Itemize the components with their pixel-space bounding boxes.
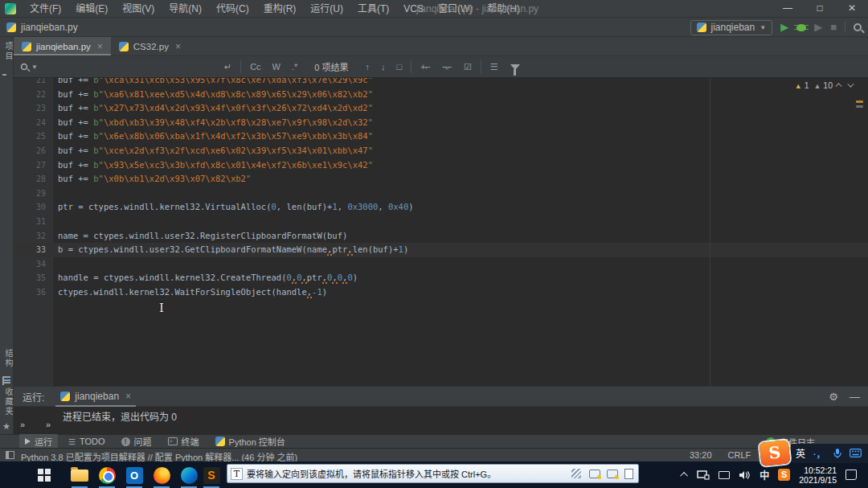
tab-close-icon[interactable]: × bbox=[175, 41, 181, 52]
code-line[interactable]: 27buf += b"\x93\x5e\xc3\x3b\xfd\x8c\x01\… bbox=[14, 158, 868, 173]
inspections-widget[interactable]: ▲ 1 ▲ 10 bbox=[795, 80, 852, 90]
firefox-taskbar-icon[interactable] bbox=[151, 465, 172, 486]
filter-lines-icon[interactable]: ☰ bbox=[490, 62, 498, 72]
prev-issue-icon[interactable] bbox=[835, 83, 841, 89]
menu-item[interactable]: 视图(V) bbox=[115, 0, 162, 18]
code-line[interactable]: 35handle = ctypes.windll.kernel32.Create… bbox=[14, 271, 868, 285]
code-line[interactable]: 22buf += b"\xa6\x81\xee\xd5\x4d\xd8\x8c\… bbox=[14, 88, 868, 102]
menu-item[interactable]: 重构(R) bbox=[256, 0, 304, 18]
microphone-icon[interactable] bbox=[833, 448, 841, 459]
menu-item[interactable]: 编辑(E) bbox=[68, 0, 115, 18]
code-line[interactable]: 34 bbox=[14, 257, 868, 272]
breadcrumb[interactable]: jianqieban.py bbox=[21, 22, 78, 33]
add-occurrence-icon[interactable]: +⌐ bbox=[420, 62, 431, 72]
close-button[interactable]: ✕ bbox=[836, 0, 868, 18]
prev-occurrence-button[interactable]: ↑ bbox=[366, 62, 371, 72]
tool-window-button-python-console[interactable]: Python 控制台 bbox=[210, 434, 291, 449]
sogou-logo-icon[interactable]: S bbox=[760, 440, 791, 466]
code-line[interactable]: 29 bbox=[14, 187, 868, 201]
resize-grip-icon[interactable] bbox=[571, 469, 581, 478]
scrollbar-weak-mark[interactable] bbox=[856, 105, 863, 108]
outlook-taskbar-icon[interactable]: O bbox=[124, 465, 145, 486]
code-line[interactable]: 23buf += b"\x27\x73\xd4\x2d\x93\x4f\x0f\… bbox=[14, 101, 868, 116]
gear-icon[interactable]: ⚙ bbox=[829, 391, 838, 403]
explorer-taskbar-icon[interactable] bbox=[69, 465, 90, 486]
vm-device-icon[interactable] bbox=[607, 470, 618, 478]
next-occurrence-button[interactable]: ↓ bbox=[381, 62, 386, 72]
run-config-selector[interactable]: jianqieban ▼ bbox=[690, 20, 773, 35]
code-line[interactable]: 31 bbox=[14, 215, 868, 229]
tool-window-button-run[interactable]: 运行 bbox=[19, 434, 58, 449]
code-line[interactable]: 26buf += b"\xce\x2d\xf3\x2f\xcd\xe6\x02\… bbox=[14, 144, 868, 158]
editor-tab[interactable]: CS32.py× bbox=[111, 37, 189, 55]
sidebar-item-structure[interactable]: 结构 bbox=[2, 349, 14, 368]
minimize-button[interactable]: — bbox=[772, 0, 804, 18]
newline-icon[interactable]: ↵ bbox=[224, 62, 231, 72]
tray-expand-icon[interactable] bbox=[680, 472, 688, 480]
sogou-tray-icon[interactable]: S bbox=[778, 469, 790, 481]
ime-punctuation-toggle[interactable]: ·， bbox=[813, 447, 825, 460]
speaker-icon[interactable] bbox=[739, 470, 751, 480]
search-everywhere-icon[interactable] bbox=[854, 23, 862, 31]
menu-item[interactable]: 代码(C) bbox=[209, 0, 256, 18]
editor-tab[interactable]: jianqieban.py× bbox=[14, 37, 111, 55]
hide-panel-icon[interactable]: — bbox=[850, 391, 860, 403]
ime-mode-toggle[interactable]: 英 bbox=[796, 446, 805, 460]
select-all-occurrences-icon[interactable]: ☑ bbox=[464, 62, 472, 72]
start-taskbar-icon[interactable] bbox=[34, 465, 55, 486]
run-console[interactable]: 进程已结束，退出代码为 0 » » bbox=[14, 407, 868, 434]
chrome-taskbar-icon[interactable] bbox=[96, 465, 117, 486]
code-line[interactable]: 30ptr = ctypes.windll.kernel32.VirtualAl… bbox=[14, 200, 868, 215]
sidebar-item-project[interactable]: 项目 bbox=[2, 42, 14, 61]
code-line[interactable]: 33b = ctypes.windll.user32.GetClipboardF… bbox=[14, 243, 868, 257]
code-line[interactable]: 21buf += b"\xca\x31\xcb\x53\x95\x7f\x8c\… bbox=[14, 78, 868, 88]
vm-tools-icon[interactable] bbox=[697, 470, 710, 480]
run-tab[interactable]: jianqieban × bbox=[55, 387, 136, 406]
menu-item[interactable]: 工具(T) bbox=[350, 0, 396, 18]
match-case-toggle[interactable]: Cc bbox=[250, 62, 260, 72]
display-icon[interactable] bbox=[719, 471, 730, 479]
console-chevron-icon[interactable]: » bbox=[20, 420, 25, 429]
taskbar-clock[interactable]: 10:52:21 2021/9/15 bbox=[799, 465, 837, 485]
tool-window-button-problems[interactable]: !问题 bbox=[116, 434, 158, 449]
vmware-grab-bar[interactable]: T 要将输入定向到该虚拟机，请将鼠标指针移入其中或按 Ctrl+G。 bbox=[227, 464, 639, 483]
search-history-caret[interactable]: ▼ bbox=[31, 64, 38, 71]
action-center-icon[interactable] bbox=[845, 470, 857, 480]
vm-device-icon[interactable] bbox=[589, 470, 600, 478]
tool-window-button-todo[interactable]: ☰TODO bbox=[63, 434, 111, 449]
menu-item[interactable]: 文件(F) bbox=[23, 0, 68, 18]
line-ending[interactable]: CRLF bbox=[728, 450, 751, 460]
code-line[interactable]: 32name = ctypes.windll.user32.RegisterCl… bbox=[14, 229, 868, 244]
code-line[interactable]: 25buf += b"\x6e\x8b\x06\xba\x1f\x4d\xf2\… bbox=[14, 129, 868, 144]
sidebar-item-favorites[interactable]: 收藏夹 bbox=[2, 388, 14, 416]
tab-close-icon[interactable]: × bbox=[97, 41, 103, 52]
menu-item[interactable]: 运行(U) bbox=[303, 0, 350, 18]
code-line[interactable]: 28buf += b"\x0b\xb1\x2d\x93\x07\x82\xb2" bbox=[14, 172, 868, 187]
find-in-selection-toggle[interactable]: □ bbox=[397, 62, 403, 72]
stop-button[interactable]: ■ bbox=[830, 18, 837, 37]
code-editor[interactable]: 21buf += b"\xca\x31\xcb\x53\x95\x7f\x8c\… bbox=[14, 78, 868, 386]
debug-button[interactable] bbox=[796, 24, 806, 31]
code-line[interactable]: 36ctypes.windll.kernel32.WaitForSingleOb… bbox=[14, 285, 868, 300]
filter-funnel-icon[interactable] bbox=[510, 64, 520, 70]
ime-language-indicator[interactable]: 中 bbox=[760, 468, 769, 482]
find-bar[interactable]: ▼ ↵ Cc W .* 0 项结果 ↑ ↓ □ +⌐ ¬⌐ ☑ ☰ bbox=[14, 56, 868, 78]
edge-taskbar-icon[interactable] bbox=[178, 465, 199, 486]
vm-page-icon[interactable] bbox=[624, 469, 633, 479]
code-line[interactable]: 24buf += b"\xbd\xb3\x39\x48\xf4\x2b\xf8\… bbox=[14, 116, 868, 130]
exclude-occurrence-icon[interactable]: ¬⌐ bbox=[442, 62, 452, 72]
tool-window-button-terminal[interactable]: >终端 bbox=[162, 434, 205, 449]
console-chevron-icon[interactable]: » bbox=[46, 420, 51, 429]
run-tab-close-icon[interactable]: × bbox=[125, 391, 131, 402]
regex-toggle[interactable]: .* bbox=[292, 62, 297, 72]
sublime-taskbar-icon[interactable]: S bbox=[201, 465, 222, 486]
caret-position[interactable]: 33:20 bbox=[690, 450, 712, 460]
run-button[interactable]: ▶ bbox=[780, 18, 788, 37]
scrollbar-warning-mark[interactable] bbox=[856, 100, 863, 103]
coverage-button[interactable]: ▶ bbox=[814, 18, 822, 37]
tool-window-toggle-icon[interactable] bbox=[6, 451, 14, 459]
words-toggle[interactable]: W bbox=[272, 62, 280, 72]
menu-item[interactable]: 导航(N) bbox=[162, 0, 209, 18]
maximize-button[interactable]: □ bbox=[804, 0, 836, 18]
keyboard-icon[interactable] bbox=[850, 449, 862, 457]
